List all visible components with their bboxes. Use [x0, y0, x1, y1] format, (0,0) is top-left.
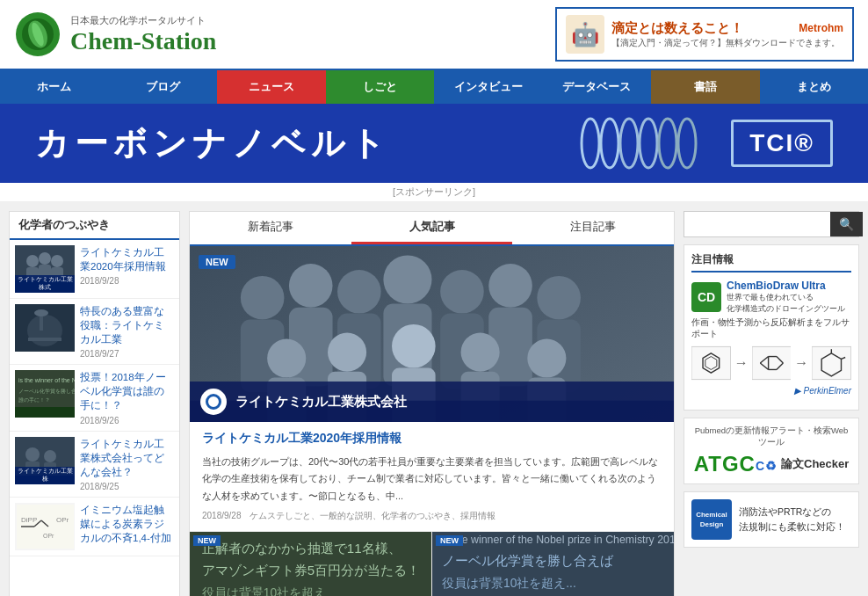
svg-point-60	[392, 324, 436, 368]
chemdraw-ad[interactable]: CD ChemBioDraw Ultra 世界で最も使われている 化学構造式のド…	[691, 280, 851, 396]
logo-area: 日本最大の化学ポータルサイト Chem-Station	[14, 11, 216, 58]
thumb-4: ライトケミカル工業株	[15, 437, 75, 484]
svg-point-64	[527, 339, 566, 378]
svg-point-8	[659, 119, 676, 168]
banner-right: TCI®	[573, 113, 833, 174]
item-title-3: 投票！2018年ノーベル化学賞は誰の手に！？	[80, 370, 174, 412]
item-title-4: ライトケミカル工業株式会社ってどんな会社？	[80, 437, 174, 479]
tabs-container: 新着記事 人気記事 注目記事	[190, 212, 674, 246]
svg-point-21	[34, 309, 48, 316]
svg-point-7	[640, 119, 657, 168]
small-article-1[interactable]: 正解者のなかから抽選で11名様、 アマゾンギフト券5百円分が当たる！ 役員は背景…	[190, 532, 432, 596]
svg-point-56	[267, 339, 306, 378]
atgc-logo: ATGCC♻	[694, 452, 778, 476]
svg-point-54	[537, 276, 581, 320]
list-item[interactable]: DiPP OPr OPr イミニウム塩起触媒による炭素ラジカルの不斉1,4-付加	[10, 498, 179, 556]
svg-point-13	[39, 252, 51, 265]
navigation: ホーム ブログ ニュース しごと インタビュー データベース 書語 まとめ	[0, 70, 868, 104]
nav-interview[interactable]: インタビュー	[434, 70, 543, 104]
banner: カーボンナノベルト TCI®	[0, 104, 868, 183]
tab-new[interactable]: 新着記事	[190, 212, 351, 244]
right-section-title: 注目情報	[691, 252, 851, 273]
list-item[interactable]: ライトケミカル工業株 ライトケミカル工業株式会社ってどんな会社？ 2018/9/…	[10, 432, 179, 498]
svg-point-62	[461, 333, 500, 372]
item-text-1: ライトケミカル工業2020年採用情報 2018/9/28	[80, 245, 174, 293]
svg-text:DiPP: DiPP	[21, 516, 37, 524]
article-content: ライトケミカル工業2020年採用情報 当社の技術グループは、20代〜30代の若手…	[190, 422, 674, 531]
svg-point-15	[51, 255, 63, 267]
svg-text:is the winner of the Nobel pri: is the winner of the Nobel prize in Chem…	[442, 534, 674, 546]
list-item[interactable]: is the winner of the Nobel prize in Chem…	[10, 365, 179, 431]
search-button[interactable]: 🔍	[830, 212, 863, 236]
atgc-notice: Pubmedの更新情報アラート・検索Webツール	[691, 425, 851, 448]
svg-point-50	[440, 270, 484, 314]
ad-title: 滴定とは数えること！	[611, 20, 743, 37]
chemical-design-section[interactable]: Chemical Design 消防法やPRTRなどの 法規制にも柔軟に対応！	[684, 491, 859, 548]
svg-text:役員は背景10社を超え...: 役員は背景10社を超え...	[442, 577, 576, 590]
chemdraw-title: ChemBioDraw Ultra 世界で最も使われている 化学構造式のドローイ…	[727, 280, 845, 314]
svg-rect-27	[15, 407, 75, 418]
nanotube-icon	[573, 113, 713, 174]
svg-point-29	[25, 447, 40, 462]
company-emblem	[200, 389, 227, 415]
chemdraw-desc: 作画・物性予測から反応解析まをフルサポート	[691, 317, 851, 340]
tab-popular[interactable]: 人気記事	[351, 212, 513, 244]
nav-home[interactable]: ホーム	[0, 70, 109, 104]
item-date-2: 2018/9/27	[80, 349, 174, 359]
featured-badge: NEW	[199, 255, 235, 269]
thumb-2	[15, 304, 75, 352]
article-meta: 2018/9/28 ケムステしごと、一般的な説明、化学者のつぶやき、採用情報	[202, 510, 662, 522]
main-content: 化学者のつぶやき ライトケミカル工業株式 ライトケミカル工業2020年採用	[0, 202, 868, 596]
ad-text: 滴定とは数えること！ Metrohm 【滴定入門・滴定って何？】無料ダウンロード…	[611, 20, 843, 49]
svg-point-9	[678, 119, 696, 168]
item-date-4: 2018/9/25	[80, 482, 174, 491]
item-text-5: イミニウム塩起触媒による炭素ラジカルの不斉1,4-付加	[80, 503, 174, 550]
search-input[interactable]	[684, 212, 830, 236]
small-article-2[interactable]: is the winner of the Nobel prize in Chem…	[432, 532, 674, 596]
nav-blog[interactable]: ブログ	[109, 70, 218, 104]
svg-text:正解者のなかから抽選で11名様、: 正解者のなかから抽選で11名様、	[202, 541, 401, 556]
small-articles-row: 正解者のなかから抽選で11名様、 アマゾンギフト券5百円分が当たる！ 役員は背景…	[190, 531, 674, 596]
svg-point-58	[328, 333, 366, 372]
nav-database[interactable]: データベース	[543, 70, 652, 104]
molecule-3	[812, 345, 851, 381]
svg-point-31	[44, 450, 56, 462]
chemdraw-logo-row: CD ChemBioDraw Ultra 世界で最も使われている 化学構造式のド…	[691, 280, 851, 314]
svg-point-42	[241, 276, 285, 320]
tci-logo: TCI®	[731, 120, 833, 167]
sponsor-link: [スポンサーリンク]	[0, 183, 868, 202]
article-title[interactable]: ライトケミカル工業2020年採用情報	[202, 431, 662, 447]
small-badge-2: NEW	[436, 535, 463, 546]
ad-robot-icon: 🤖	[566, 15, 604, 54]
atgc-checker: 論文Checker	[781, 456, 849, 472]
svg-text:OPr: OPr	[43, 533, 54, 539]
item-title-5: イミニウム塩起触媒による炭素ラジカルの不斉1,4-付加	[80, 503, 174, 545]
nav-news[interactable]: ニュース	[217, 70, 326, 104]
chemical-design-text: 消防法やPRTRなどの 法規制にも柔軟に対応！	[739, 505, 851, 534]
svg-point-11	[26, 255, 39, 267]
molecule-1	[691, 345, 731, 381]
list-item[interactable]: 特長のある豊富な役職：ライトケミカル工業 2018/9/27	[10, 299, 179, 365]
nav-work[interactable]: しごと	[326, 70, 435, 104]
list-item[interactable]: ライトケミカル工業株式 ライトケミカル工業2020年採用情報 2018/9/28	[10, 240, 179, 299]
svg-point-48	[383, 255, 431, 303]
perkin-elmer-logo: ▶ PerkinElmer	[691, 386, 851, 396]
svg-text:誰の手に！？: 誰の手に！？	[18, 397, 50, 403]
thumb-3: is the winner of the Nobel prize in Chem…	[15, 370, 75, 418]
tab-featured[interactable]: 注目記事	[512, 212, 674, 244]
thumb-1: ライトケミカル工業株式	[15, 245, 75, 293]
svg-text:is the winner of the Nobel pri: is the winner of the Nobel prize in Chem…	[18, 377, 75, 384]
svg-text:ノーベル化学賞を勝し合えば: ノーベル化学賞を勝し合えば	[18, 389, 75, 394]
svg-rect-75	[691, 347, 731, 380]
article-body: 当社の技術グループは、20代〜30代の若手社員が重要な主要業者を担当しています。…	[202, 454, 662, 505]
header-ad[interactable]: 🤖 滴定とは数えること！ Metrohm 【滴定入門・滴定って何？】無料ダウンロ…	[555, 7, 854, 62]
search-container: 🔍	[684, 211, 859, 237]
molecule-2	[752, 345, 792, 381]
nav-summary[interactable]: まとめ	[760, 70, 869, 104]
thumb-label-1: ライトケミカル工業株式	[15, 275, 75, 293]
nav-language[interactable]: 書語	[651, 70, 760, 104]
svg-point-52	[488, 264, 532, 308]
company-name: ライトケミカル工業株式会社	[235, 394, 407, 411]
atgc-section[interactable]: Pubmedの更新情報アラート・検索Webツール ATGCC♻ 論文Checke…	[684, 418, 859, 484]
svg-rect-78	[752, 347, 792, 380]
